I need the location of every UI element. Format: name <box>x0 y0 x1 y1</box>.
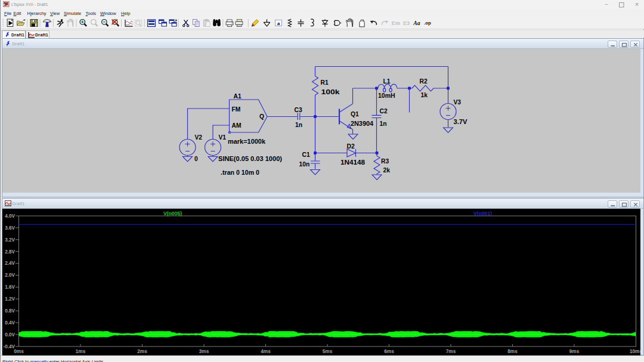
svg-text:10mH: 10mH <box>378 92 395 99</box>
svg-text:V(n005): V(n005) <box>163 211 182 216</box>
svg-text:C2: C2 <box>380 108 388 115</box>
svg-text:4.0V: 4.0V <box>5 213 15 218</box>
svg-text:2N3904: 2N3904 <box>351 120 373 126</box>
svg-text:.tran 0 10m 0: .tran 0 10m 0 <box>221 169 259 176</box>
svg-text:1n: 1n <box>380 120 387 127</box>
svg-text:FM: FM <box>232 106 241 112</box>
svg-text:Q1: Q1 <box>351 110 359 117</box>
svg-text:5ms: 5ms <box>323 349 333 354</box>
svg-text:R1: R1 <box>321 79 329 85</box>
svg-text:3ms: 3ms <box>199 349 209 354</box>
svg-text:1k: 1k <box>421 92 428 98</box>
svg-text:R3: R3 <box>381 158 389 165</box>
svg-text:1ms: 1ms <box>76 349 86 354</box>
svg-text:2ms: 2ms <box>137 349 147 354</box>
svg-text:R2: R2 <box>420 78 428 84</box>
svg-text:100k: 100k <box>321 88 340 95</box>
svg-text:L1: L1 <box>383 78 391 84</box>
svg-text:10n: 10n <box>299 160 310 167</box>
svg-text:E3: E3 <box>403 20 410 26</box>
svg-text:2.4V: 2.4V <box>5 261 15 266</box>
svg-text:mark=1000k: mark=1000k <box>228 138 265 144</box>
svg-text:SINE(0.05 0.03 1000): SINE(0.05 0.03 1000) <box>218 155 282 162</box>
svg-text:Q: Q <box>259 113 264 120</box>
svg-text:1N4148: 1N4148 <box>340 159 365 166</box>
svg-text:V(n001): V(n001) <box>473 211 492 216</box>
svg-text:V2: V2 <box>195 134 203 140</box>
svg-text:C1: C1 <box>302 151 310 157</box>
svg-text:a: a <box>277 20 280 26</box>
svg-text:2.0V: 2.0V <box>5 273 15 278</box>
svg-text:Em: Em <box>392 20 400 26</box>
svg-text:8ms: 8ms <box>507 349 518 354</box>
svg-text:3.7V: 3.7V <box>454 119 467 125</box>
svg-text:4ms: 4ms <box>261 349 271 354</box>
svg-text:3.6V: 3.6V <box>5 225 15 230</box>
svg-text:9ms: 9ms <box>569 349 580 354</box>
svg-text:1n: 1n <box>295 121 302 128</box>
svg-text:2k: 2k <box>383 167 391 174</box>
svg-text:C3: C3 <box>295 107 302 113</box>
svg-text:3.2V: 3.2V <box>5 237 15 242</box>
svg-text:A1: A1 <box>234 93 242 100</box>
svg-text:10ms: 10ms <box>630 349 640 354</box>
svg-text:V1: V1 <box>219 134 227 140</box>
svg-text:1.2V: 1.2V <box>5 296 15 302</box>
svg-text:D2: D2 <box>347 143 355 149</box>
svg-text:2.8V: 2.8V <box>5 249 15 254</box>
svg-text:AM: AM <box>232 122 242 129</box>
svg-text:6ms: 6ms <box>384 349 394 354</box>
svg-text:.op: .op <box>424 20 431 26</box>
svg-text:0ms: 0ms <box>14 349 24 354</box>
svg-text:0.0V: 0.0V <box>5 332 15 337</box>
svg-text:0.4V: 0.4V <box>5 320 15 325</box>
svg-text:1.6V: 1.6V <box>5 284 15 290</box>
svg-text:7ms: 7ms <box>446 349 456 354</box>
svg-text:V3: V3 <box>454 99 462 106</box>
svg-text:0: 0 <box>194 155 198 162</box>
svg-text:Aa: Aa <box>413 20 420 26</box>
svg-text:0.8V: 0.8V <box>5 308 15 314</box>
